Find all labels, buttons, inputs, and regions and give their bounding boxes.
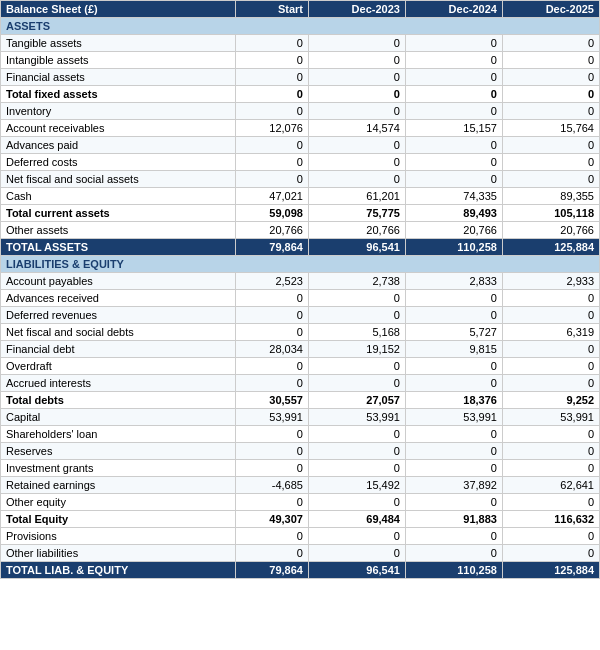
col-header-start: Start bbox=[235, 1, 308, 18]
col-header-dec2023: Dec-2023 bbox=[308, 1, 405, 18]
col-header-label: Balance Sheet (£) bbox=[1, 1, 236, 18]
table-row: Total fixed assets0000 bbox=[1, 86, 600, 103]
table-row: Overdraft0000 bbox=[1, 358, 600, 375]
grand-total-row-0: TOTAL ASSETS79,86496,541110,258125,884 bbox=[1, 239, 600, 256]
table-row: Deferred revenues0000 bbox=[1, 307, 600, 324]
table-row: Advances received0000 bbox=[1, 290, 600, 307]
col-header-dec2025: Dec-2025 bbox=[502, 1, 599, 18]
table-row: Advances paid0000 bbox=[1, 137, 600, 154]
table-row: Account payables2,5232,7382,8332,933 bbox=[1, 273, 600, 290]
table-row: Other assets20,76620,76620,76620,766 bbox=[1, 222, 600, 239]
table-row: Deferred costs0000 bbox=[1, 154, 600, 171]
table-row: Financial debt28,03419,1529,8150 bbox=[1, 341, 600, 358]
table-row: Total debts30,55727,05718,3769,252 bbox=[1, 392, 600, 409]
table-row: Net fiscal and social assets0000 bbox=[1, 171, 600, 188]
table-row: Other equity0000 bbox=[1, 494, 600, 511]
table-row: Inventory0000 bbox=[1, 103, 600, 120]
table-row: Capital53,99153,99153,99153,991 bbox=[1, 409, 600, 426]
table-row: Total Equity49,30769,48491,883116,632 bbox=[1, 511, 600, 528]
table-row: Investment grants0000 bbox=[1, 460, 600, 477]
table-row: Reserves0000 bbox=[1, 443, 600, 460]
table-row: Retained earnings-4,68515,49237,89262,64… bbox=[1, 477, 600, 494]
section-header-1: LIABILITIES & EQUITY bbox=[1, 256, 600, 273]
table-row: Financial assets0000 bbox=[1, 69, 600, 86]
table-row: Account receivables12,07614,57415,15715,… bbox=[1, 120, 600, 137]
table-row: Cash47,02161,20174,33589,355 bbox=[1, 188, 600, 205]
balance-sheet-table: Balance Sheet (£) Start Dec-2023 Dec-202… bbox=[0, 0, 600, 579]
section-header-0: ASSETS bbox=[1, 18, 600, 35]
table-row: Net fiscal and social debts05,1685,7276,… bbox=[1, 324, 600, 341]
table-row: Tangible assets0000 bbox=[1, 35, 600, 52]
table-row: Intangible assets0000 bbox=[1, 52, 600, 69]
table-row: Shareholders' loan0000 bbox=[1, 426, 600, 443]
col-header-dec2024: Dec-2024 bbox=[405, 1, 502, 18]
table-row: Total current assets59,09875,77589,49310… bbox=[1, 205, 600, 222]
table-row: Accrued interests0000 bbox=[1, 375, 600, 392]
table-row: Provisions0000 bbox=[1, 528, 600, 545]
grand-total-row-1: TOTAL LIAB. & EQUITY79,86496,541110,2581… bbox=[1, 562, 600, 579]
table-row: Other liabilities0000 bbox=[1, 545, 600, 562]
